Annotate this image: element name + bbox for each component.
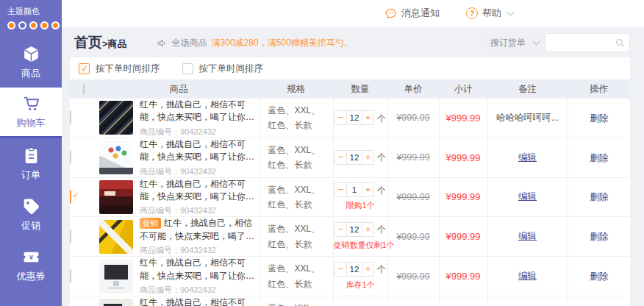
sidebar-item-orders[interactable]: 订单 <box>0 138 62 189</box>
search-type-label: 搜订货单 <box>490 37 526 49</box>
sidebar-item-cart[interactable]: 购物车 <box>0 88 62 138</box>
delete-link[interactable]: 删除 <box>590 113 608 124</box>
product-spec: 蓝色、XXL、红色、长款 <box>260 138 333 177</box>
product-code: 商品编号：90432432 <box>140 245 255 256</box>
sidebar-item-products[interactable]: 商品 <box>0 37 62 88</box>
sort-options: 按下单时间排序 按下单时间排序 <box>70 57 630 79</box>
column-header-quantity: 数量 <box>333 79 387 99</box>
sidebar: 主题颜色 商品购物车订单促销¥优惠券 <box>0 0 62 306</box>
product-title: 红牛，挑战自己，相信不可能，快点来买吧，喝了让你充满精神，谁的... <box>140 138 255 164</box>
row-checkbox[interactable] <box>70 230 71 243</box>
row-checkbox[interactable] <box>70 110 71 124</box>
subtotal: ¥999.99 <box>439 217 487 257</box>
sidebar-item-label: 订单 <box>21 168 40 182</box>
quantity-stepper[interactable]: −1+ <box>334 182 374 197</box>
cart-table: 商品 规格 数量 单价 小计 备注 操作 红牛，挑战自己，相信不可能，快点来买吧… <box>70 79 630 306</box>
quantity-value[interactable]: 12 <box>346 111 362 124</box>
table-row: 红牛，挑战自己，相信不可能，快点来买吧，喝了让你充满精神，谁的... 商品编号：… <box>70 138 630 177</box>
delete-link[interactable]: 删除 <box>590 192 608 202</box>
announcement: 全场商品满300减280，满500赠精美挖耳勺。 <box>157 37 353 49</box>
product-code-value: 90432432 <box>180 206 216 215</box>
product-title-text: 红牛，挑战自己，相信不可能，快点来买吧，喝了让你充满精神，谁的... <box>140 179 254 204</box>
page-header: 首页>商品 全场商品满300减280，满500赠精美挖耳勺。 搜订货单 <box>62 26 644 57</box>
delete-link[interactable]: 删除 <box>590 232 608 242</box>
tag-icon <box>22 197 40 216</box>
increase-quantity-button[interactable]: + <box>362 151 373 164</box>
sidebar-item-promotions[interactable]: 促销 <box>0 189 62 240</box>
sort-checkbox[interactable] <box>182 63 193 74</box>
row-checkbox[interactable] <box>70 150 71 164</box>
increase-quantity-button[interactable]: + <box>362 223 373 236</box>
sort-option-2[interactable]: 按下单时间排序 <box>182 63 264 75</box>
product-image <box>99 180 133 214</box>
sidebar-item-coupons[interactable]: ¥优惠券 <box>0 240 62 291</box>
theme-color-dot[interactable] <box>40 21 49 29</box>
select-all-checkbox[interactable] <box>83 83 85 95</box>
product-title-text: 红牛，挑战自己，相信不可能，快点来买吧，喝了让你充满精神，谁的... <box>140 139 254 164</box>
theme-picker: 主题颜色 <box>0 0 62 34</box>
quantity-stepper[interactable]: −12+ <box>334 222 374 237</box>
increase-quantity-button[interactable]: + <box>362 111 373 124</box>
unit-price: ¥999.99 <box>387 138 439 177</box>
decrease-quantity-button[interactable]: − <box>335 183 346 196</box>
table-row: 红牛，挑战自己，相信不可能，快点来买吧，喝了让你充满精神，谁的... 商品编号：… <box>70 296 630 306</box>
product-image <box>99 260 133 293</box>
product-title: 红牛，挑战自己，相信不可能，快点来买吧，喝了让你充满精神，谁的... <box>140 257 255 282</box>
product-image <box>99 220 133 254</box>
sidebar-item-label: 优惠券 <box>17 270 46 283</box>
main-content: 首页>商品 全场商品满300减280，满500赠精美挖耳勺。 搜订货单 按下单时… <box>62 26 644 306</box>
edit-link[interactable]: 编辑 <box>518 231 537 241</box>
notifications-label: 消息通知 <box>401 7 440 20</box>
edit-link[interactable]: 编辑 <box>518 152 537 163</box>
decrease-quantity-button[interactable]: − <box>335 223 346 236</box>
column-header-spec: 规格 <box>260 79 333 99</box>
quantity-value[interactable]: 12 <box>346 223 362 236</box>
decrease-quantity-button[interactable]: − <box>335 111 346 124</box>
product-code-value: 90432432 <box>180 127 216 136</box>
unit-label: 个 <box>377 224 386 235</box>
delete-link[interactable]: 删除 <box>590 271 608 282</box>
row-checkbox[interactable] <box>70 190 71 204</box>
quantity-stepper[interactable]: −12+ <box>334 262 374 277</box>
edit-link[interactable]: 编辑 <box>518 271 537 281</box>
quantity-value[interactable]: 12 <box>346 151 362 164</box>
notifications-button[interactable]: 消息通知 <box>384 7 440 20</box>
promo-badge: 促销 <box>140 218 161 229</box>
delete-link[interactable]: 删除 <box>590 153 608 163</box>
quantity-stepper[interactable]: −12+ <box>334 110 374 125</box>
row-checkbox[interactable] <box>70 269 71 283</box>
table-row: 红牛，挑战自己，相信不可能，快点来买吧，喝了让你充满精神，谁的... 商品编号：… <box>70 257 630 296</box>
unit-price: ¥999.99 <box>387 177 439 217</box>
sort-option-1[interactable]: 按下单时间排序 <box>79 63 160 75</box>
quantity-value[interactable]: 1 <box>346 183 362 196</box>
quantity-value[interactable]: 12 <box>346 263 362 276</box>
product-code-label: 商品编号： <box>140 167 180 176</box>
search-icon[interactable] <box>615 38 625 48</box>
decrease-quantity-button[interactable]: − <box>335 263 346 276</box>
theme-color-dot[interactable] <box>29 21 37 29</box>
search-type-select[interactable]: 搜订货单 <box>484 33 545 52</box>
increase-quantity-button[interactable]: + <box>362 263 373 276</box>
theme-color-dot[interactable] <box>18 21 26 29</box>
theme-color-dot[interactable] <box>7 21 15 29</box>
column-header-actions: 操作 <box>568 79 630 99</box>
quantity-stepper[interactable]: −12+ <box>334 150 374 165</box>
product-image <box>99 140 133 174</box>
increase-quantity-button[interactable]: + <box>362 183 373 196</box>
decrease-quantity-button[interactable]: − <box>335 151 346 164</box>
help-menu[interactable]: ? 帮助 <box>466 7 513 20</box>
product-title-text: 红牛，挑战自己，相信不可能，快点来买吧，喝了让你充满精神，谁的... <box>140 297 254 306</box>
breadcrumb: 首页>商品 <box>74 33 127 52</box>
edit-link[interactable]: 编辑 <box>518 191 537 202</box>
subtotal: ¥999.99 <box>439 296 487 306</box>
product-image <box>99 299 133 306</box>
table-row: 红牛，挑战自己，相信不可能，快点来买吧，喝了让你充满精神，谁的... 商品编号：… <box>70 177 630 217</box>
theme-color-dot[interactable] <box>51 21 60 29</box>
product-code-label: 商品编号： <box>140 285 180 294</box>
sort-checkbox[interactable] <box>79 63 90 74</box>
sidebar-item-label: 商品 <box>21 67 40 80</box>
product-title: 促销红牛，挑战自己，相信不可能，快点来买吧，喝了让你充满精神，谁的... <box>140 217 255 243</box>
subtotal: ¥999.99 <box>439 177 487 217</box>
unit-price: ¥999.99 <box>387 296 439 306</box>
breadcrumb-home[interactable]: 首页 <box>74 35 102 50</box>
